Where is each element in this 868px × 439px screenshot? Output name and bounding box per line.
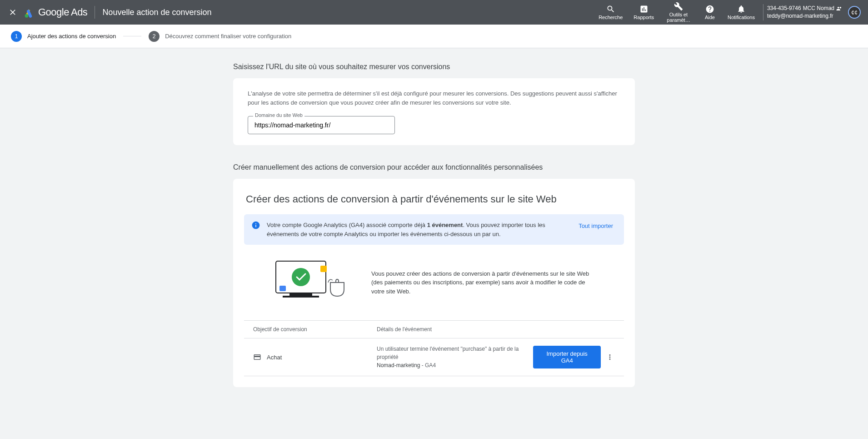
help-icon xyxy=(705,5,714,14)
stepper: 1 Ajouter des actions de conversion 2 Dé… xyxy=(0,25,868,48)
card-events: Créer des actions de conversion à partir… xyxy=(233,179,635,387)
nav-tools[interactable]: Outils et paramèt… xyxy=(660,0,697,25)
import-ga4-button[interactable]: Importer depuis GA4 xyxy=(533,346,601,368)
logo: GoogleAds xyxy=(24,6,87,18)
import-all-button[interactable]: Tout importer xyxy=(575,221,617,231)
info-icon xyxy=(251,221,260,230)
account-info[interactable]: 334-435-9746 MCC Nomad teddy@nomad-marke… xyxy=(767,5,843,20)
main-content: Saisissez l'URL du site où vous souhaite… xyxy=(0,48,868,439)
ads-logo-icon xyxy=(24,6,35,18)
divider xyxy=(95,6,95,19)
tools-icon xyxy=(674,2,683,11)
section-manual: Créer manuellement des actions de conver… xyxy=(233,163,635,387)
section-title: Créer manuellement des actions de conver… xyxy=(233,163,635,172)
avatar[interactable]: ₵₵ xyxy=(848,6,861,19)
credit-card-icon xyxy=(253,353,261,361)
card-title: Créer des actions de conversion à partir… xyxy=(246,193,622,205)
info-banner: Votre compte Google Analytics (GA4) asso… xyxy=(244,214,624,245)
domain-input[interactable] xyxy=(248,116,395,134)
table-row: Achat Un utilisateur termine l'événement… xyxy=(244,338,624,376)
svg-rect-6 xyxy=(283,296,319,298)
card-description: L'analyse de votre site permettra de dét… xyxy=(248,89,620,107)
svg-rect-4 xyxy=(279,286,286,291)
reports-icon xyxy=(639,5,649,14)
step-connector xyxy=(123,36,141,36)
nav-reports[interactable]: Rapports xyxy=(629,3,658,22)
table-header: Objectif de conversion Détails de l'évén… xyxy=(244,320,624,338)
goal-label: Achat xyxy=(267,354,282,361)
section-title: Saisissez l'URL du site où vous souhaite… xyxy=(233,63,635,71)
nav-notifications[interactable]: Notifications xyxy=(723,3,759,22)
more-button[interactable] xyxy=(604,352,615,363)
close-button[interactable] xyxy=(4,3,22,21)
svg-point-0 xyxy=(25,14,29,18)
input-label: Domaine du site Web xyxy=(253,112,304,118)
col-details: Détails de l'événement xyxy=(377,326,533,333)
logo-text: GoogleAds xyxy=(38,6,87,18)
divider xyxy=(763,4,763,20)
nav-help[interactable]: Aide xyxy=(698,3,721,22)
description-text: Vous pouvez créer des actions de convers… xyxy=(371,269,599,296)
step-badge: 2 xyxy=(149,31,160,42)
search-icon xyxy=(606,5,615,14)
illustration-row: Vous pouvez créer des actions de convers… xyxy=(244,245,624,320)
step-1[interactable]: 1 Ajouter des actions de conversion xyxy=(11,31,116,42)
nav-search[interactable]: Recherche xyxy=(594,3,627,22)
bell-icon xyxy=(737,5,746,14)
header-nav: Recherche Rapports Outils et paramèt… Ai… xyxy=(594,0,759,25)
page-title: Nouvelle action de conversion xyxy=(102,8,211,17)
svg-rect-5 xyxy=(289,293,312,296)
svg-rect-3 xyxy=(320,266,327,272)
svg-point-2 xyxy=(292,268,310,286)
col-goal: Objectif de conversion xyxy=(253,326,377,333)
app-header: GoogleAds Nouvelle action de conversion … xyxy=(0,0,868,25)
section-url: Saisissez l'URL du site où vous souhaite… xyxy=(233,63,635,145)
event-details: Un utilisateur termine l'événement "purc… xyxy=(377,345,533,369)
domain-input-wrap: Domaine du site Web xyxy=(248,116,395,134)
card-url: L'analyse de votre site permettra de dét… xyxy=(233,78,635,145)
more-vert-icon xyxy=(606,353,614,361)
close-icon xyxy=(8,8,17,17)
step-badge: 1 xyxy=(11,31,22,42)
step-2: 2 Découvrez comment finaliser votre conf… xyxy=(149,31,291,42)
people-icon xyxy=(836,5,843,12)
illustration xyxy=(262,257,353,308)
banner-text: Votre compte Google Analytics (GA4) asso… xyxy=(267,221,569,238)
